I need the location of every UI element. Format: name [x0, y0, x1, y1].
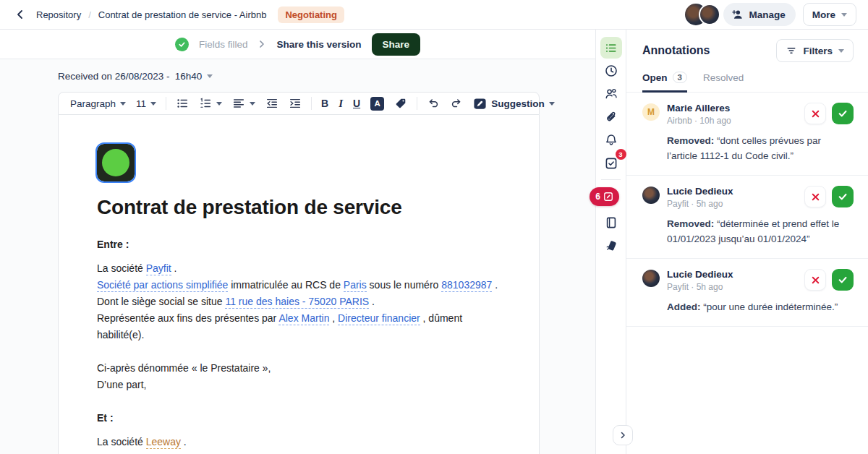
- font-size-dropdown[interactable]: 11: [132, 96, 161, 111]
- outdent-button[interactable]: [261, 95, 283, 112]
- rail-item-history[interactable]: [600, 60, 622, 82]
- toolbar-divider: [166, 97, 166, 110]
- document-line: Dont le siège social se situe 11 rue des…: [97, 294, 510, 310]
- rail-item-notifications[interactable]: [600, 129, 622, 151]
- sidebar-icon-rail: 3 6: [595, 30, 626, 454]
- bullet-list-icon: [176, 97, 189, 110]
- rail-item-playbook[interactable]: [600, 212, 622, 234]
- bold-button[interactable]: B: [317, 95, 333, 111]
- redo-button[interactable]: [446, 95, 467, 112]
- italic-icon: I: [339, 98, 343, 110]
- stamp-icon: [604, 239, 618, 253]
- add-user-icon: [731, 8, 744, 21]
- tag-field-button[interactable]: [390, 95, 412, 112]
- annotation-card: MMarie AilleresAirbnb · 10h agoRemoved: …: [626, 93, 868, 176]
- italic-button[interactable]: I: [334, 95, 347, 112]
- reject-annotation-button[interactable]: [804, 269, 826, 291]
- annotation-author: Marie Ailleres: [667, 103, 731, 114]
- manage-label: Manage: [749, 9, 785, 20]
- document-lines: Entre :La société Payfit .Société par ac…: [97, 236, 510, 454]
- check-icon: [838, 192, 848, 202]
- accept-annotation-button[interactable]: [832, 186, 854, 207]
- tab-resolved[interactable]: Resolved: [703, 72, 744, 93]
- document-line: Entre :: [97, 236, 510, 253]
- chevron-down-icon: [150, 102, 156, 106]
- document-text: Dont le siège social se situe: [97, 296, 225, 307]
- filters-button[interactable]: Filters: [776, 39, 854, 62]
- share-this-version-label: Share this version: [276, 39, 361, 50]
- merge-field[interactable]: 881032987: [441, 279, 492, 292]
- tab-open[interactable]: Open 3: [642, 72, 687, 93]
- status-badge[interactable]: Negotiating: [278, 7, 344, 23]
- filters-label: Filters: [803, 46, 833, 56]
- document-title: Contrat de prestation de service: [97, 196, 510, 219]
- suggestion-pencil-icon: [603, 192, 613, 202]
- top-bar: Repository / Contrat de prestation de se…: [0, 0, 868, 30]
- document-text: Et :: [97, 412, 114, 424]
- accept-annotation-button[interactable]: [832, 269, 854, 291]
- annotation-body: Removed: “déterminée et prend effet le 0…: [667, 216, 854, 247]
- underline-button[interactable]: U: [349, 95, 365, 111]
- document-text: .: [171, 262, 177, 274]
- paragraph-style-dropdown[interactable]: Paragraph: [66, 96, 130, 111]
- reject-annotation-button[interactable]: [804, 103, 826, 124]
- indent-button[interactable]: [284, 95, 306, 112]
- share-button[interactable]: Share: [372, 33, 421, 56]
- collapse-panel-button[interactable]: [613, 425, 633, 445]
- logo-circle: [102, 149, 129, 176]
- rail-item-tasks[interactable]: 3: [600, 153, 622, 174]
- breadcrumb: Repository / Contrat de prestation de se…: [36, 9, 266, 20]
- bullet-list-button[interactable]: [171, 95, 193, 112]
- highlight-color-button[interactable]: A: [366, 95, 388, 113]
- rail-item-signature-stamp[interactable]: [600, 235, 622, 257]
- chevron-right-icon: [258, 40, 266, 48]
- manage-button[interactable]: Manage: [723, 3, 795, 26]
- text-align-button[interactable]: [228, 95, 260, 112]
- merge-field[interactable]: Directeur financier: [338, 312, 420, 325]
- version-selector[interactable]: Received on 26/08/2023 - 16h40: [58, 71, 213, 82]
- document-text: Entre :: [97, 239, 129, 250]
- merge-field[interactable]: 11 rue des haies - 75020 PARIS: [225, 296, 369, 309]
- accept-annotation-button[interactable]: [832, 103, 854, 124]
- rail-item-attachments[interactable]: [600, 106, 622, 128]
- annotation-action: Removed:: [667, 135, 714, 146]
- merge-field[interactable]: Alex Martin: [278, 312, 329, 325]
- breadcrumb-root[interactable]: Repository: [36, 9, 81, 20]
- company-logo[interactable]: [97, 144, 135, 181]
- received-label: Received on 26/08/2023 -: [58, 71, 170, 82]
- merge-field[interactable]: Payfit: [146, 262, 171, 275]
- rail-item-collaborators[interactable]: [600, 83, 622, 105]
- undo-button[interactable]: [422, 95, 444, 112]
- suggestion-mode-icon: [473, 97, 487, 111]
- annotation-action: Added:: [667, 301, 701, 312]
- rail-item-outline[interactable]: [600, 37, 622, 59]
- annotation-list: MMarie AilleresAirbnb · 10h agoRemoved: …: [626, 93, 868, 454]
- toolbar-divider: [311, 97, 312, 110]
- book-icon: [604, 215, 618, 230]
- annotations-panel: Annotations Filters Open 3 Resolved MMar…: [626, 30, 868, 454]
- collaborator-avatar[interactable]: [699, 4, 720, 25]
- suggestion-mode-dropdown[interactable]: Suggestion: [469, 95, 559, 113]
- back-button[interactable]: [10, 4, 30, 25]
- bold-icon: B: [321, 98, 328, 109]
- breadcrumb-separator: /: [88, 9, 91, 20]
- merge-field[interactable]: Leeway: [146, 436, 181, 449]
- filter-icon: [786, 45, 797, 56]
- document-page: Paragraph 11: [58, 92, 540, 454]
- document-text: .: [181, 436, 187, 447]
- merge-field[interactable]: Paris: [344, 279, 367, 292]
- check-icon: [838, 275, 848, 285]
- document-body[interactable]: Contrat de prestation de service Entre :…: [58, 115, 540, 454]
- paragraph-style-label: Paragraph: [70, 98, 116, 109]
- back-chevron-icon: [14, 9, 26, 20]
- more-button[interactable]: More: [803, 3, 856, 26]
- outdent-icon: [265, 97, 278, 110]
- suggestions-pill-button[interactable]: 6: [590, 187, 619, 206]
- document-text: La société: [97, 436, 146, 447]
- tasks-check-icon: [604, 156, 618, 171]
- reject-annotation-button[interactable]: [804, 186, 826, 207]
- merge-field[interactable]: Société par actions simplifiée: [97, 279, 228, 292]
- ordered-list-button[interactable]: [195, 95, 226, 112]
- chevron-down-icon: [841, 13, 847, 17]
- topbar-actions: Manage More: [685, 3, 856, 26]
